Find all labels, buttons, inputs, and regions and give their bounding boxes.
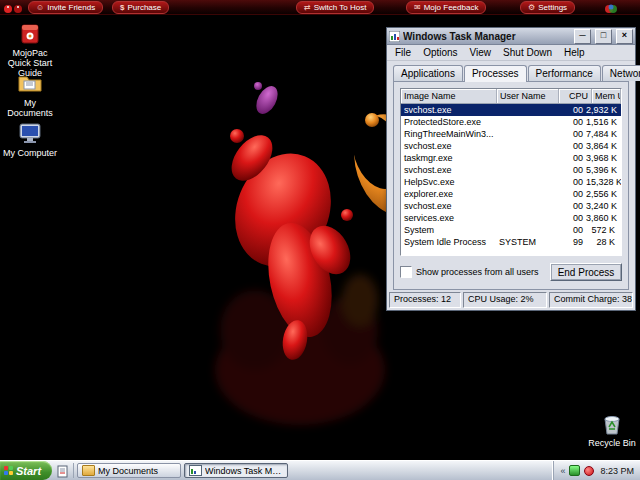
process-row[interactable]: taskmgr.exe003,968 K (401, 152, 621, 164)
desktop-icon-label: My Computer (0, 148, 60, 158)
column-cpu[interactable]: CPU (559, 89, 592, 103)
minimize-button[interactable] (574, 29, 591, 44)
invite-friends-button[interactable]: Invite Friends (28, 1, 103, 14)
menu-help[interactable]: Help (558, 47, 591, 58)
desktop-icon-label: Recycle Bin (582, 438, 640, 448)
tray-chevron-icon[interactable] (560, 466, 565, 476)
desktop-icon-my-computer[interactable]: My Computer (0, 122, 60, 158)
process-cell: System (401, 224, 496, 236)
settings-label: Settings (538, 3, 567, 12)
process-row[interactable]: ProtectedStore.exe001,516 K (401, 116, 621, 128)
process-cell (496, 200, 557, 212)
quick-launch-document-icon[interactable] (56, 464, 69, 477)
process-list: Image Name User Name CPU Mem Usage svcho… (400, 88, 622, 256)
taskbar-button-label: Windows Task Manag... (205, 466, 283, 476)
process-cell: 3,864 K (586, 140, 621, 152)
process-cell (496, 188, 557, 200)
column-image-name[interactable]: Image Name (401, 89, 497, 103)
process-row[interactable]: svchost.exe003,240 K (401, 200, 621, 212)
switch-arrows-icon (304, 4, 311, 12)
maximize-button[interactable] (595, 29, 612, 44)
process-list-header: Image Name User Name CPU Mem Usage (401, 89, 621, 104)
status-processes: Processes: 12 (389, 292, 461, 308)
process-cell (496, 104, 557, 116)
tray-green-status-icon[interactable] (569, 465, 580, 476)
process-cell (496, 128, 557, 140)
process-row[interactable]: svchost.exe002,932 K (401, 104, 621, 116)
process-cell: 00 (557, 224, 586, 236)
menu-shut-down[interactable]: Shut Down (497, 47, 558, 58)
process-cell (496, 116, 557, 128)
switch-to-host-button[interactable]: Switch To Host (296, 1, 374, 14)
task-manager-icon (189, 465, 202, 476)
menu-file[interactable]: File (389, 47, 417, 58)
process-cell: 00 (557, 200, 586, 212)
column-user-name[interactable]: User Name (497, 89, 559, 103)
desktop-icon-quick-start-guide[interactable]: MojoPac Quick Start Guide (0, 22, 60, 78)
process-list-body: svchost.exe002,932 KProtectedStore.exe00… (401, 104, 621, 248)
switch-to-host-label: Switch To Host (314, 3, 367, 12)
tab-networking[interactable]: Networking (602, 65, 640, 81)
process-row[interactable]: HelpSvc.exe0015,328 K (401, 176, 621, 188)
process-cell: 1,516 K (586, 116, 621, 128)
process-cell (496, 176, 557, 188)
process-cell: 00 (557, 164, 586, 176)
process-cell: 00 (557, 128, 586, 140)
close-button[interactable] (616, 29, 633, 44)
process-row[interactable]: services.exe003,860 K (401, 212, 621, 224)
end-process-button[interactable]: End Process (550, 263, 622, 281)
process-cell: System Idle Process (401, 236, 496, 248)
process-cell: 00 (557, 104, 586, 116)
title-bar[interactable]: Windows Task Manager (387, 28, 635, 45)
process-row[interactable]: explorer.exe002,556 K (401, 188, 621, 200)
column-mem-usage[interactable]: Mem Usage (592, 89, 621, 103)
system-tray: 8:23 PM (553, 461, 640, 480)
settings-button[interactable]: Settings (520, 1, 575, 14)
taskbar: Start My Documents Windows Task Manag...… (0, 460, 640, 480)
task-manager-icon (389, 31, 400, 42)
process-row[interactable]: System00572 K (401, 224, 621, 236)
desktop-icon-my-documents[interactable]: My Documents (0, 72, 60, 118)
gear-icon (528, 4, 535, 12)
process-row[interactable]: System Idle ProcessSYSTEM9928 K (401, 236, 621, 248)
feedback-envelope-icon (414, 4, 421, 12)
start-button[interactable]: Start (0, 461, 52, 480)
process-row[interactable]: svchost.exe003,864 K (401, 140, 621, 152)
tab-performance[interactable]: Performance (528, 65, 601, 81)
process-cell: 00 (557, 116, 586, 128)
process-cell (496, 164, 557, 176)
process-cell: 00 (557, 212, 586, 224)
menu-options[interactable]: Options (417, 47, 463, 58)
purchase-button[interactable]: Purchase (112, 1, 169, 14)
host-logo-icon[interactable] (604, 1, 618, 13)
invite-friends-icon (36, 4, 44, 12)
checkbox-label: Show processes from all users (416, 267, 539, 277)
process-cell: HelpSvc.exe (401, 176, 496, 188)
mojo-feedback-label: Mojo Feedback (424, 3, 479, 12)
status-bar: Processes: 12 CPU Usage: 2% Commit Charg… (387, 290, 635, 310)
show-all-users-checkbox[interactable]: Show processes from all users (400, 266, 539, 278)
process-cell: 572 K (586, 224, 621, 236)
process-cell: explorer.exe (401, 188, 496, 200)
mojopac-logo-icon[interactable] (2, 1, 26, 13)
quick-start-guide-icon (18, 22, 42, 46)
process-cell: 99 (557, 236, 586, 248)
tab-applications[interactable]: Applications (393, 65, 463, 81)
taskbar-button-task-manager[interactable]: Windows Task Manag... (184, 463, 288, 478)
mojopac-toolbar: Invite Friends Purchase Switch To Host M… (0, 0, 640, 15)
process-cell: 7,484 K (586, 128, 621, 140)
process-cell: 15,328 K (586, 176, 621, 188)
computer-icon (18, 122, 42, 146)
process-cell: svchost.exe (401, 140, 496, 152)
tab-processes[interactable]: Processes (464, 65, 527, 82)
process-row[interactable]: svchost.exe005,396 K (401, 164, 621, 176)
process-cell: 3,240 K (586, 200, 621, 212)
desktop-icon-recycle-bin[interactable]: Recycle Bin (582, 412, 640, 448)
menu-view[interactable]: View (464, 47, 498, 58)
invite-friends-label: Invite Friends (47, 3, 95, 12)
mojo-feedback-button[interactable]: Mojo Feedback (406, 1, 486, 14)
process-row[interactable]: RingThreeMainWin3...007,484 K (401, 128, 621, 140)
tray-red-status-icon[interactable] (584, 466, 594, 476)
processes-panel: Image Name User Name CPU Mem Usage svcho… (393, 81, 629, 290)
taskbar-button-my-documents[interactable]: My Documents (77, 463, 181, 478)
